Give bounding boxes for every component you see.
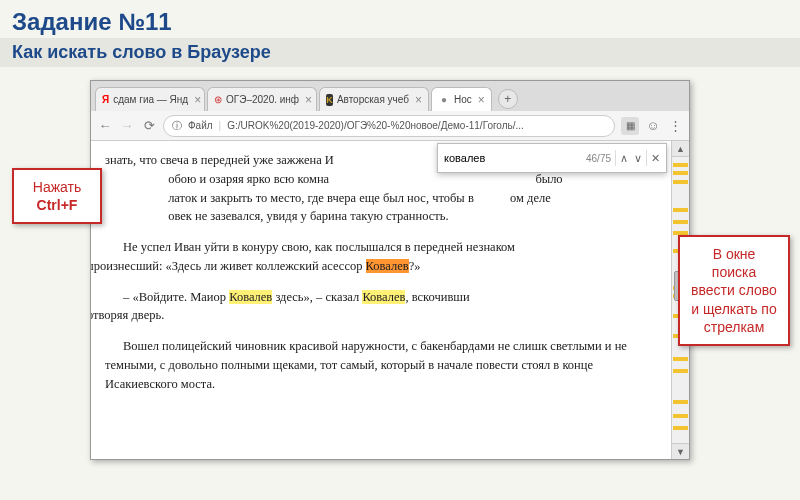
reload-icon[interactable]: ⟳ [141, 118, 157, 134]
address-bar: ← → ⟳ ⓘ Файл | G:/UROK%20(2019-2020)/ОГЭ… [91, 111, 689, 141]
tab-label: Нос [454, 94, 472, 105]
body-text: овек не зазевался, увидя у барина такую … [168, 209, 449, 223]
info-icon[interactable]: ⓘ [172, 119, 182, 133]
callout-search-hint: В окне поиска ввести слово и щелкать по … [678, 235, 790, 346]
body-text: произнесший: «Здесь ли живет коллежский … [91, 259, 366, 273]
user-icon[interactable]: ☺ [645, 118, 661, 134]
tab-oge[interactable]: ⊛ ОГЭ–2020. инф × [207, 87, 317, 111]
tab-bar: Я сдам гиа — Янд × ⊛ ОГЭ–2020. инф × K А… [91, 81, 689, 111]
body-text: было [535, 172, 562, 186]
callout-ctrl-f: Нажать Ctrl+F [12, 168, 102, 224]
body-text: обою и озаряя ярко всю комна [168, 172, 329, 186]
favicon-yandex: Я [102, 94, 109, 106]
body-text: знать, что свеча в передней уже зажжена … [105, 153, 334, 167]
scroll-up-icon[interactable]: ▲ [672, 141, 689, 157]
favicon-generic: ● [438, 94, 450, 106]
content-area: знать, что свеча в передней уже зажжена … [91, 141, 689, 459]
new-tab-button[interactable]: + [498, 89, 518, 109]
menu-icon[interactable]: ⋮ [667, 118, 683, 134]
favicon-k: K [326, 94, 333, 106]
extension-icon[interactable]: ▦ [621, 117, 639, 135]
file-label: Файл [188, 120, 213, 131]
page-content: знать, что свеча в передней уже зажжена … [91, 141, 671, 459]
body-text: латок и закрыть то место, где вчера еще … [168, 191, 474, 205]
tab-label: сдам гиа — Янд [113, 94, 188, 105]
close-icon[interactable]: × [305, 93, 312, 107]
body-text: ом деле [510, 191, 551, 205]
tab-label: Авторская учеб [337, 94, 409, 105]
slide-title: Задание №11 [0, 0, 800, 38]
body-text: , вскочивши [405, 290, 469, 304]
find-close-icon[interactable]: ✕ [651, 152, 660, 165]
url-text: G:/UROK%20(2019-2020)/ОГЭ%20-%20новое/Де… [227, 120, 524, 131]
find-next-icon[interactable]: ∨ [633, 152, 642, 165]
close-icon[interactable]: × [194, 93, 201, 107]
callout-text: В окне поиска ввести слово и щелкать по … [691, 246, 777, 335]
tab-yandex[interactable]: Я сдам гиа — Янд × [95, 87, 205, 111]
find-input[interactable] [444, 144, 582, 172]
tab-label: ОГЭ–2020. инф [226, 94, 299, 105]
callout-text: Нажать [33, 179, 81, 195]
favicon-oge: ⊛ [214, 94, 222, 106]
forward-icon[interactable]: → [119, 118, 135, 134]
url-field[interactable]: ⓘ Файл | G:/UROK%20(2019-2020)/ОГЭ%20-%2… [163, 115, 615, 137]
highlight: Ковалев [362, 290, 405, 304]
browser-window: Я сдам гиа — Янд × ⊛ ОГЭ–2020. инф × K А… [90, 80, 690, 460]
callout-hotkey: Ctrl+F [37, 197, 78, 213]
highlight-active: Ковалев [366, 259, 409, 273]
highlight: Ковалев [229, 290, 272, 304]
body-text: Вошел полицейский чиновник красивой нару… [105, 337, 657, 393]
tab-nos[interactable]: ● Нос × [431, 87, 492, 111]
find-count: 46/75 [586, 153, 611, 164]
find-prev-icon[interactable]: ∧ [620, 152, 629, 165]
tab-author[interactable]: K Авторская учеб × [319, 87, 429, 111]
scroll-down-icon[interactable]: ▼ [672, 443, 689, 459]
body-text: Не успел Иван уйти в конуру свою, как по… [123, 240, 515, 254]
slide-subtitle: Как искать слово в Браузере [0, 38, 800, 67]
back-icon[interactable]: ← [97, 118, 113, 134]
body-text: отворяя дверь. [91, 308, 164, 322]
close-icon[interactable]: × [478, 93, 485, 107]
body-text: здесь», – сказал [272, 290, 362, 304]
close-icon[interactable]: × [415, 93, 422, 107]
body-text: – «Войдите. Маиор [123, 290, 229, 304]
find-bar: 46/75 ∧ ∨ ✕ [437, 143, 667, 173]
body-text: ?» [409, 259, 421, 273]
